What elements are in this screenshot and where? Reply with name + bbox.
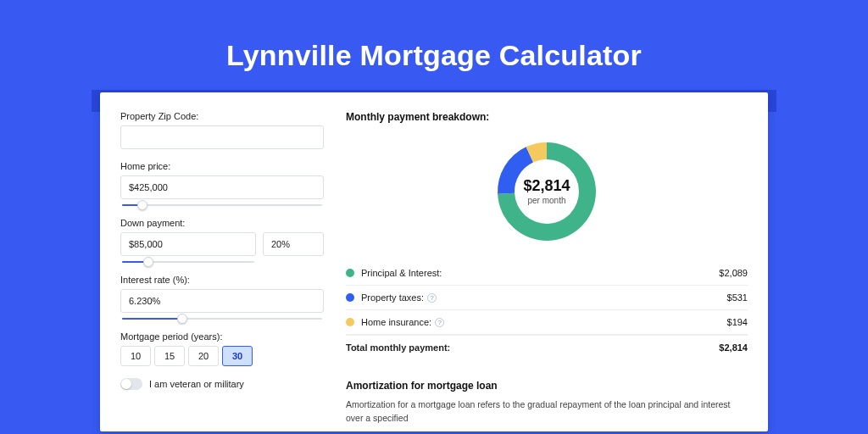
donut-chart: $2,814 per month xyxy=(346,130,748,253)
home-price-label: Home price: xyxy=(120,161,324,171)
mortgage-period-option-30[interactable]: 30 xyxy=(222,346,253,366)
home-price-slider[interactable] xyxy=(122,204,322,206)
breakdown-row-label: Principal & Interest: xyxy=(361,268,719,278)
mortgage-period-options: 10152030 xyxy=(120,346,324,366)
interest-rate-slider-fill xyxy=(122,318,182,320)
legend-swatch xyxy=(346,269,354,277)
legend-swatch xyxy=(346,293,354,302)
zip-label: Property Zip Code: xyxy=(120,111,324,121)
interest-rate-label: Interest rate (%): xyxy=(120,275,324,285)
breakdown-rows: Principal & Interest:$2,089Property taxe… xyxy=(346,261,748,335)
breakdown-total-value: $2,814 xyxy=(719,342,748,353)
breakdown-row: Principal & Interest:$2,089 xyxy=(346,261,748,286)
mortgage-period-option-20[interactable]: 20 xyxy=(188,346,219,366)
help-icon[interactable]: ? xyxy=(435,318,444,327)
down-payment-block: Down payment: xyxy=(120,218,324,263)
mortgage-period-block: Mortgage period (years): 10152030 xyxy=(120,331,324,366)
mortgage-period-label: Mortgage period (years): xyxy=(120,331,324,342)
legend-swatch xyxy=(346,318,354,326)
breakdown-total-row: Total monthly payment: $2,814 xyxy=(346,335,748,359)
breakdown-row-value: $194 xyxy=(727,317,748,327)
breakdown-total-label: Total monthly payment: xyxy=(346,342,719,353)
down-payment-label: Down payment: xyxy=(120,218,324,228)
mortgage-period-option-15[interactable]: 15 xyxy=(154,346,185,366)
calculator-panel: Property Zip Code: Home price: Down paym… xyxy=(100,92,768,431)
veteran-row: I am veteran or military xyxy=(120,378,324,390)
breakdown-row: Home insurance: ?$194 xyxy=(346,310,748,335)
down-payment-slider[interactable] xyxy=(122,261,254,263)
donut-center: $2,814 per month xyxy=(523,177,570,205)
interest-rate-block: Interest rate (%): xyxy=(120,275,324,320)
veteran-label: I am veteran or military xyxy=(149,379,244,389)
breakdown-row-label: Property taxes: ? xyxy=(361,292,727,303)
page-title: Lynnville Mortgage Calculator xyxy=(0,0,868,92)
breakdown-row-value: $2,089 xyxy=(719,268,748,278)
breakdown-heading: Monthly payment breakdown: xyxy=(346,111,748,123)
zip-field-block: Property Zip Code: xyxy=(120,111,324,149)
veteran-toggle[interactable] xyxy=(120,378,142,390)
interest-rate-slider-thumb[interactable] xyxy=(177,314,187,324)
zip-input[interactable] xyxy=(120,125,324,149)
help-icon[interactable]: ? xyxy=(427,293,437,303)
breakdown-row: Property taxes: ?$531 xyxy=(346,286,748,310)
mortgage-period-option-10[interactable]: 10 xyxy=(120,346,151,366)
interest-rate-slider[interactable] xyxy=(122,318,322,320)
home-price-slider-thumb[interactable] xyxy=(137,200,147,210)
amortization-body: Amortization for a mortgage loan refers … xyxy=(346,398,748,426)
down-payment-slider-thumb[interactable] xyxy=(143,257,153,267)
breakdown-row-value: $531 xyxy=(727,292,748,303)
down-payment-input[interactable] xyxy=(120,232,256,256)
home-price-block: Home price: xyxy=(120,161,324,206)
inputs-column: Property Zip Code: Home price: Down paym… xyxy=(120,111,324,431)
home-price-input[interactable] xyxy=(120,175,324,199)
breakdown-row-label: Home insurance: ? xyxy=(361,317,727,327)
interest-rate-input[interactable] xyxy=(120,289,324,313)
donut-amount: $2,814 xyxy=(523,177,570,195)
breakdown-column: Monthly payment breakdown: $2,814 per mo… xyxy=(346,111,748,431)
donut-sublabel: per month xyxy=(523,196,570,205)
amortization-section: Amortization for mortgage loan Amortizat… xyxy=(346,370,748,426)
amortization-heading: Amortization for mortgage loan xyxy=(346,380,748,392)
down-payment-pct-input[interactable] xyxy=(263,232,324,256)
